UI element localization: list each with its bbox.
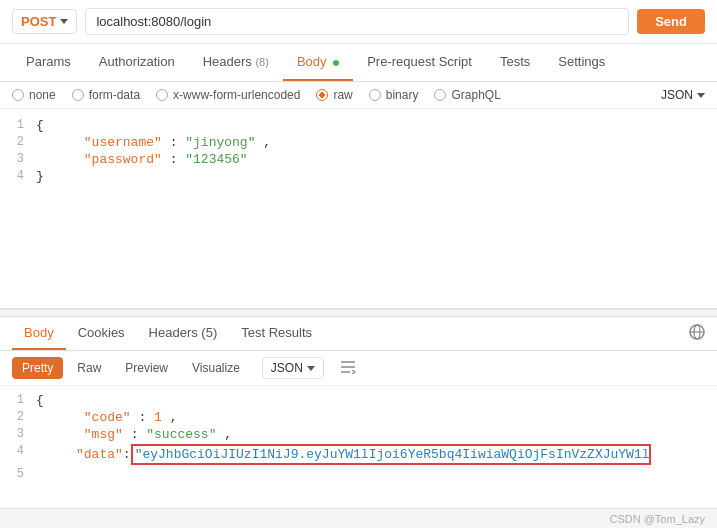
tab-prerequest[interactable]: Pre-request Script xyxy=(353,44,486,81)
radio-urlencoded-icon xyxy=(156,89,168,101)
tab-settings[interactable]: Settings xyxy=(544,44,619,81)
method-label: POST xyxy=(21,14,56,29)
tab-headers[interactable]: Headers (8) xyxy=(189,44,283,81)
tab-body[interactable]: Body xyxy=(283,44,353,81)
resp-tab-headers[interactable]: Headers (5) xyxy=(137,317,230,350)
radio-binary-icon xyxy=(369,89,381,101)
resp-tab-cookies[interactable]: Cookies xyxy=(66,317,137,350)
resp-json-chevron-icon xyxy=(307,366,315,371)
option-form-data[interactable]: form-data xyxy=(72,88,140,102)
tab-tests[interactable]: Tests xyxy=(486,44,544,81)
option-graphql[interactable]: GraphQL xyxy=(434,88,500,102)
resp-line-5: 5 xyxy=(0,466,717,482)
tab-authorization[interactable]: Authorization xyxy=(85,44,189,81)
req-line-2: 2 "username" : "jinyong" , xyxy=(0,134,717,151)
json-format-dropdown[interactable]: JSON xyxy=(661,88,705,102)
url-input[interactable] xyxy=(85,8,629,35)
req-line-1: 1 { xyxy=(0,117,717,134)
send-button[interactable]: Send xyxy=(637,9,705,34)
response-editor: 1 { 2 "code" : 1 , 3 "msg" : "success" ,… xyxy=(0,386,717,516)
raw-button[interactable]: Raw xyxy=(67,357,111,379)
request-tabs: Params Authorization Headers (8) Body Pr… xyxy=(0,44,717,82)
resp-line-1: 1 { xyxy=(0,392,717,409)
section-divider xyxy=(0,309,717,317)
option-raw[interactable]: raw xyxy=(316,88,352,102)
body-dot xyxy=(333,60,339,66)
radio-raw-icon xyxy=(316,89,328,101)
option-urlencoded[interactable]: x-www-form-urlencoded xyxy=(156,88,300,102)
footer-brand: CSDN @Tom_Lazy xyxy=(609,513,705,525)
method-selector[interactable]: POST xyxy=(12,9,77,34)
json-chevron-icon xyxy=(697,93,705,98)
req-line-3: 3 "password" : "123456" xyxy=(0,151,717,168)
pretty-button[interactable]: Pretty xyxy=(12,357,63,379)
method-chevron-icon xyxy=(60,19,68,24)
option-none[interactable]: none xyxy=(12,88,56,102)
visualize-button[interactable]: Visualize xyxy=(182,357,250,379)
resp-tab-test-results[interactable]: Test Results xyxy=(229,317,324,350)
resp-tab-body[interactable]: Body xyxy=(12,317,66,350)
resp-line-2: 2 "code" : 1 , xyxy=(0,409,717,426)
radio-form-data-icon xyxy=(72,89,84,101)
response-toolbar: Pretty Raw Preview Visualize JSON xyxy=(0,351,717,386)
globe-icon[interactable] xyxy=(689,324,705,344)
resp-line-3: 3 "msg" : "success" , xyxy=(0,426,717,443)
resp-line-4: 4 "data" : "eyJhbGciOiJIUzI1NiJ9.eyJuYW1… xyxy=(0,443,717,466)
option-binary[interactable]: binary xyxy=(369,88,419,102)
tab-params[interactable]: Params xyxy=(12,44,85,81)
footer-bar: CSDN @Tom_Lazy xyxy=(0,508,717,528)
radio-graphql-icon xyxy=(434,89,446,101)
preview-button[interactable]: Preview xyxy=(115,357,178,379)
data-value-text: "eyJhbGciOiJIUzI1NiJ9.eyJuYW1lIjoi6YeR5b… xyxy=(131,444,651,465)
radio-none-icon xyxy=(12,89,24,101)
wrap-icon[interactable] xyxy=(340,360,356,377)
response-json-dropdown[interactable]: JSON xyxy=(262,357,324,379)
top-bar: POST Send xyxy=(0,0,717,44)
req-line-4: 4 } xyxy=(0,168,717,185)
response-tabs: Body Cookies Headers (5) Test Results xyxy=(0,317,717,351)
request-editor[interactable]: 1 { 2 "username" : "jinyong" , 3 "passwo… xyxy=(0,109,717,309)
body-options-row: none form-data x-www-form-urlencoded raw… xyxy=(0,82,717,109)
